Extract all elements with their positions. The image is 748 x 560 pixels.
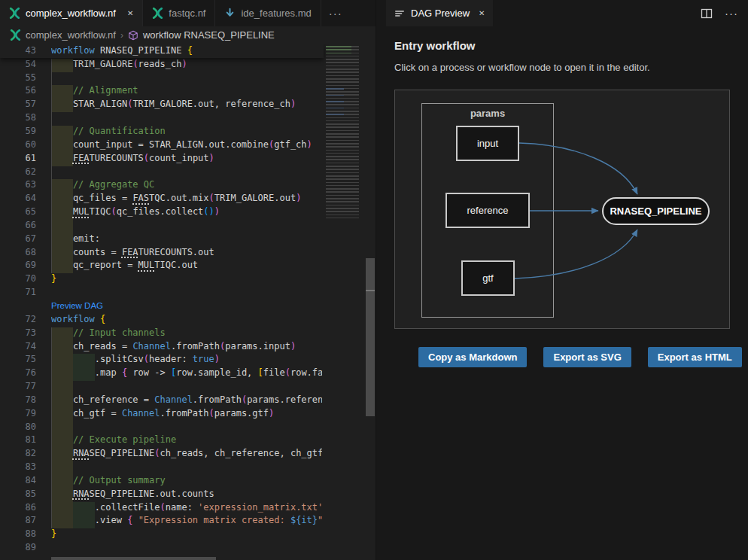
close-tab-icon[interactable]: ✕ [127, 9, 133, 17]
indent-highlight [51, 448, 73, 461]
close-tab-icon[interactable]: ✕ [479, 9, 485, 17]
indent-highlight [73, 515, 95, 528]
sticky-code: workflow RNASEQ_PIPELINE { [51, 44, 324, 58]
tab-complex-workflow[interactable]: complex_workflow.nf ✕ [0, 0, 143, 26]
code-line[interactable]: 55 [0, 72, 322, 86]
copy-as-markdown-button[interactable]: Copy as Markdown [418, 347, 527, 367]
code-text [51, 542, 322, 555]
dag-node-input[interactable]: input [456, 126, 519, 161]
dag-node-rnaseq-pipeline[interactable]: RNASEQ_PIPELINE [602, 197, 710, 225]
code-line[interactable]: 81 // Execute pipeline [0, 434, 322, 448]
sticky-scroll[interactable]: 43 workflow RNASEQ_PIPELINE { [0, 44, 324, 58]
codelens-row[interactable]: Preview DAG [0, 300, 322, 314]
indent-highlight [51, 99, 73, 112]
code-line[interactable]: 57 STAR_ALIGN(TRIM_GALORE.out, reference… [0, 99, 322, 112]
line-number: 58 [0, 112, 36, 126]
codelens-link[interactable]: Preview DAG [51, 300, 322, 314]
tab-ide-features[interactable]: ide_features.md [215, 0, 321, 26]
code-line[interactable]: 79 ch_gtf = Channel.fromPath(params.gtf) [0, 408, 322, 422]
tab-dag-preview[interactable]: DAG Preview ✕ [386, 0, 493, 26]
code-line[interactable]: 68 counts = FEATURECOUNTS.out [0, 247, 322, 260]
indent-highlight [51, 260, 73, 273]
indent-highlight [51, 179, 73, 193]
indent-guide [51, 502, 52, 516]
code-line[interactable]: 56 // Alignment [0, 85, 322, 99]
code-line[interactable]: 63 // Aggregate QC [0, 179, 322, 193]
code-line[interactable]: 74 ch_reads = Channel.fromPath(params.in… [0, 341, 322, 355]
code-line[interactable]: 61 FEATURECOUNTS(count_input) [0, 153, 322, 166]
code-line[interactable]: 59 // Quantification [0, 126, 322, 139]
code-text [51, 112, 322, 126]
code-line[interactable]: 82 RNASEQ_PIPELINE(ch_reads, ch_referenc… [0, 448, 322, 461]
code-text: // Alignment [51, 85, 322, 99]
indent-highlight [73, 367, 95, 381]
indent-highlight [51, 394, 73, 408]
indent-highlight [51, 153, 73, 166]
code-line[interactable]: 88} [0, 528, 322, 542]
indent-highlight [51, 126, 73, 139]
indent-guide [51, 448, 52, 461]
breadcrumb-file[interactable]: complex_workflow.nf [26, 29, 116, 41]
line-number [0, 300, 36, 314]
line-number: 67 [0, 233, 36, 247]
code-line[interactable]: 85 RNASEQ_PIPELINE.out.counts [0, 488, 322, 502]
code-text: .collectFile(name: 'expression_matrix.tx… [51, 502, 322, 516]
code-line[interactable]: 62 [0, 166, 322, 180]
code-line[interactable]: 89 [0, 542, 322, 555]
code-text [51, 422, 322, 435]
dag-preview-panel: DAG Preview ✕ ··· Entry workflow Click o… [376, 0, 747, 560]
code-line[interactable]: 60 count_input = STAR_ALIGN.out.combine(… [0, 139, 322, 153]
line-number: 68 [0, 247, 36, 260]
code-line[interactable]: 87 .view { "Expression matrix created: $… [0, 515, 322, 528]
code-line[interactable]: 84 // Output summary [0, 475, 322, 488]
code-line[interactable]: 75 .splitCsv(header: true) [0, 354, 322, 367]
split-editor-icon[interactable] [701, 8, 713, 20]
indent-guide [51, 166, 52, 180]
indent-guide [51, 85, 52, 99]
line-number: 81 [0, 434, 36, 448]
code-line[interactable]: 83 [0, 461, 322, 475]
dag-node-gtf[interactable]: gtf [461, 260, 515, 296]
code-line[interactable]: 72workflow { [0, 314, 322, 327]
horizontal-scrollbar-thumb[interactable] [51, 557, 216, 560]
indent-guide [51, 153, 52, 166]
code-line[interactable]: 77 [0, 381, 322, 394]
indent-guide [51, 354, 52, 367]
export-as-html-button[interactable]: Export as HTML [648, 347, 742, 367]
code-line[interactable]: 65 MULTIQC(qc_files.collect()) [0, 206, 322, 220]
code-line[interactable]: 78 ch_reference = Channel.fromPath(param… [0, 394, 322, 408]
code-line[interactable]: 58 [0, 112, 322, 126]
line-number: 57 [0, 99, 36, 112]
vertical-scrollbar-thumb[interactable] [366, 258, 375, 416]
panel-description: Click on a process or workflow node to o… [394, 62, 747, 73]
dag-diagram: params input reference gtf RNASEQ_PIPELI… [394, 90, 730, 329]
code-line[interactable]: 86 .collectFile(name: 'expression_matrix… [0, 502, 322, 516]
more-actions-icon[interactable]: ··· [725, 7, 738, 20]
indent-highlight [51, 367, 73, 381]
breadcrumb-symbol[interactable]: workflow RNASEQ_PIPELINE [143, 29, 275, 41]
line-number: 61 [0, 153, 36, 166]
code-line[interactable]: 71 [0, 287, 322, 300]
minimap[interactable] [324, 44, 365, 556]
more-tabs-button[interactable]: ··· [321, 0, 350, 26]
line-number: 71 [0, 287, 36, 300]
indent-guide [51, 381, 52, 394]
line-number: 78 [0, 394, 36, 408]
markdown-file-icon [224, 8, 236, 19]
code-line[interactable]: 69 qc_report = MULTIQC.out [0, 260, 322, 273]
code-editor[interactable]: 43 workflow RNASEQ_PIPELINE { 54 TRIM_GA… [0, 44, 375, 560]
export-as-svg-button[interactable]: Export as SVG [543, 347, 631, 367]
code-line[interactable]: 73 // Input channels [0, 327, 322, 341]
code-text: TRIM_GALORE(reads_ch) [51, 59, 322, 72]
code-line[interactable]: 54 TRIM_GALORE(reads_ch) [0, 59, 322, 72]
code-line[interactable]: 67 emit: [0, 233, 322, 247]
code-line[interactable]: 70} [0, 273, 322, 287]
code-line[interactable]: 76 .map { row -> [row.sample_id, [file(r… [0, 367, 322, 381]
code-line[interactable]: 66 [0, 220, 322, 233]
tab-fastqc[interactable]: fastqc.nf [143, 0, 215, 26]
code-text [51, 166, 322, 180]
editor-group: complex_workflow.nf ✕ fastqc.nf ide_feat… [0, 0, 376, 560]
code-line[interactable]: 64 qc_files = FASTQC.out.mix(TRIM_GALORE… [0, 193, 322, 206]
dag-node-reference[interactable]: reference [445, 193, 530, 228]
code-line[interactable]: 80 [0, 422, 322, 435]
